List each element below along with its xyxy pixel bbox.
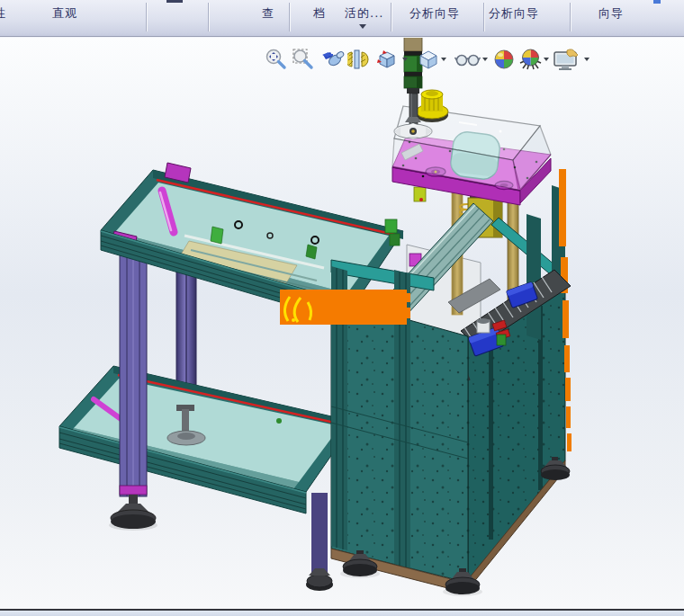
previous-view-icon[interactable] — [320, 47, 345, 72]
toolbar-icon-fragment — [166, 0, 183, 3]
graphics-viewport[interactable] — [0, 0, 684, 616]
sensor-block — [211, 227, 223, 244]
toolbar-tab-check[interactable]: 查 — [262, 5, 274, 22]
rack-post-middle — [176, 259, 196, 387]
display-style-icon[interactable] — [416, 47, 441, 72]
chevron-down-icon[interactable] — [402, 58, 408, 61]
zoom-to-fit-icon[interactable] — [264, 47, 289, 72]
toolbar-separator — [289, 3, 290, 31]
toolbar-separator — [208, 3, 209, 31]
view-settings-icon[interactable] — [553, 47, 578, 72]
chevron-down-icon[interactable] — [482, 58, 488, 61]
toolbar-tab-properties[interactable]: 性 — [0, 5, 6, 22]
solidworks-window: { "commandManager": { "tabs": [ {"label"… — [0, 0, 684, 616]
chevron-down-icon[interactable] — [584, 58, 590, 61]
toolbar-tab-analysis-wizard-2[interactable]: 分析向导 — [489, 5, 539, 22]
watermark-banner — [280, 290, 410, 325]
toolbar-tab-visualize[interactable]: 直观 — [52, 5, 77, 22]
zoom-to-area-icon[interactable] — [291, 47, 316, 72]
toolbar-tab-analysis-wizard[interactable]: 分析向导 — [410, 5, 460, 22]
toolbar-tab-active[interactable]: 活的... — [345, 5, 383, 22]
toolbar-separator — [391, 3, 392, 31]
hide-show-items-icon[interactable] — [454, 47, 480, 72]
chevron-down-icon[interactable] — [441, 58, 446, 61]
toolbar-separator — [146, 3, 147, 31]
command-manager-toolbar: 性 直观 查 档 活的... 分析向导 分析向导 向导 — [0, 0, 684, 37]
toolbar-tab-wizard[interactable]: 向导 — [598, 5, 624, 22]
chevron-down-icon[interactable] — [359, 24, 366, 29]
edit-appearance-icon[interactable] — [491, 47, 517, 72]
toolbar-tab-document[interactable]: 档 — [313, 5, 326, 22]
apply-scene-icon[interactable] — [518, 47, 543, 72]
toolbar-icon-fragment — [653, 0, 661, 4]
chevron-down-icon[interactable] — [544, 58, 549, 61]
section-view-icon[interactable] — [347, 47, 373, 72]
toolbar-separator — [483, 3, 484, 31]
toolbar-separator — [570, 3, 571, 31]
view-orientation-icon[interactable] — [374, 47, 400, 72]
status-bar — [0, 609, 684, 616]
